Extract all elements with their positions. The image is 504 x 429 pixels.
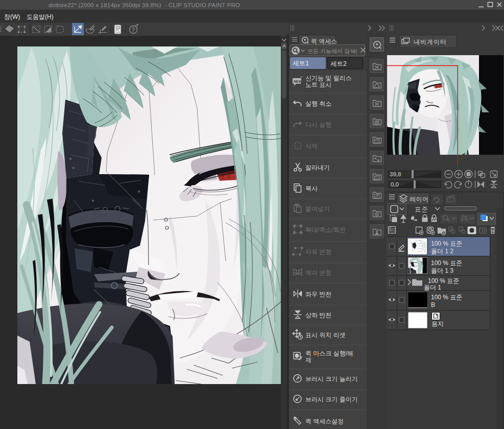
svg-text:39,8: 39,8 <box>390 171 401 177</box>
svg-text:폴더 1 2: 폴더 1 2 <box>431 248 453 255</box>
svg-text:용지: 용지 <box>431 320 444 327</box>
svg-text:100 % 표준: 100 % 표준 <box>431 240 462 247</box>
svg-text:B: B <box>431 301 435 308</box>
svg-text:0,0: 0,0 <box>391 181 399 187</box>
svg-text:폴더 1 3: 폴더 1 3 <box>431 267 453 274</box>
svg-text:100 % 표준: 100 % 표준 <box>431 294 462 301</box>
svg-text:표준: 표준 <box>415 206 428 213</box>
svg-text:레이어: 레이어 <box>410 196 429 203</box>
svg-text:폴더 1: 폴더 1 <box>424 284 441 291</box>
svg-text:100 % 표준: 100 % 표준 <box>431 259 462 267</box>
svg-text:?: ? <box>132 27 135 34</box>
svg-text:NEW: NEW <box>294 79 302 83</box>
